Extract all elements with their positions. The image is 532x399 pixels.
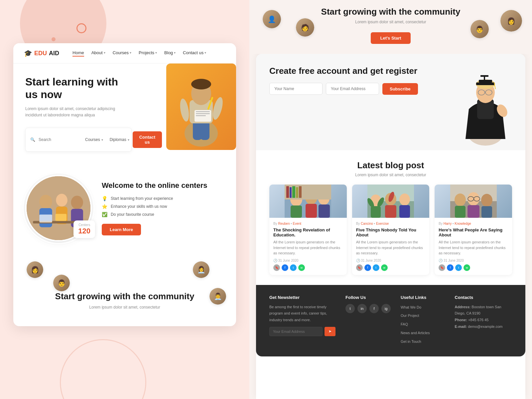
nav-about[interactable]: About ▾: [91, 50, 105, 55]
nav-contact[interactable]: Contact us ▾: [183, 50, 206, 55]
search-input[interactable]: [39, 137, 78, 142]
social-fb-1[interactable]: f: [282, 264, 288, 271]
svg-rect-9: [196, 111, 210, 112]
social-bookmark-3[interactable]: 🔖: [439, 264, 445, 271]
social-fb-3[interactable]: f: [447, 264, 454, 271]
social-tw-3[interactable]: t: [455, 264, 462, 271]
blog-meta-1: By Reuben • Event: [273, 222, 343, 225]
social-twitter[interactable]: t: [345, 304, 355, 313]
social-wa-3[interactable]: w: [464, 264, 470, 271]
welcome-content: Welcome to the online centers 💡 Start le…: [102, 181, 207, 235]
footer-follow-heading: Follow Us: [345, 295, 391, 300]
subscribe-button[interactable]: Subscribe: [382, 83, 418, 95]
blog-date-3: 🕐 31 June 2020: [439, 259, 508, 262]
register-content: Create free account and get register Sub…: [269, 66, 452, 95]
blog-img-3: [435, 185, 512, 218]
blog-date-1: 🕐 31 June 2020: [273, 259, 343, 262]
footer-link-list: What We Do Our Project FAQ News and Arti…: [401, 304, 445, 345]
social-fb-2[interactable]: f: [364, 264, 371, 271]
social-tw-1[interactable]: t: [290, 264, 297, 271]
svg-rect-47: [292, 186, 295, 198]
footer-email-input[interactable]: [269, 327, 323, 336]
blog-img-1: [269, 185, 347, 218]
blog-subtitle: Lorem ipsum dolor sit amet, consectetur: [269, 173, 512, 177]
courses-dropdown[interactable]: Courses ▾: [85, 137, 103, 142]
social-wa-2[interactable]: w: [381, 264, 388, 271]
svg-rect-68: [481, 206, 492, 218]
main-card: 🎓 EDUAID Home About ▾ Courses ▾ Projects…: [13, 43, 236, 326]
feature-1: 💡 Start learning from your experience: [102, 196, 207, 201]
nav-home[interactable]: Home: [72, 50, 84, 57]
footer-link-3: FAQ: [401, 321, 445, 328]
blog-card-3: By Harry • Knowledge Here's What People …: [435, 185, 512, 275]
footer-grid: Get Newsletter Be among the first to rec…: [269, 295, 512, 347]
social-tw-2[interactable]: t: [373, 264, 379, 271]
social-facebook[interactable]: f: [369, 304, 379, 313]
footer-link-2: Our Project: [401, 312, 445, 319]
nav-blog[interactable]: Blog ▾: [164, 50, 176, 55]
email-input[interactable]: [326, 83, 379, 95]
feat-icon-2: ⭐: [102, 204, 107, 209]
community-top: 👤 🧑 👩 👨 Start growing with the community…: [249, 0, 532, 54]
footer-contacts: Contacts Address: Booston town San Diego…: [455, 295, 512, 347]
svg-point-7: [211, 96, 224, 121]
blog-desc-2: All the Lorem ipsum generators on the In…: [356, 239, 426, 256]
svg-rect-28: [479, 80, 492, 82]
hero-section: Start learning with us now Lorem ipsum d…: [13, 64, 236, 162]
svg-rect-60: [399, 205, 410, 218]
learn-more-button[interactable]: Learn More: [102, 224, 141, 235]
footer-newsletter-heading: Get Newsletter: [269, 295, 335, 300]
footer-newsletter-desc: Be among the first to receive timely pro…: [269, 304, 335, 324]
diplomas-dropdown[interactable]: Diplomas ▾: [110, 137, 129, 142]
logo-icon: 🎓: [24, 49, 32, 57]
social-instagram[interactable]: ig: [381, 304, 391, 313]
footer-link-5: Get in Touch: [401, 338, 445, 345]
navbar: 🎓 EDUAID Home About ▾ Courses ▾ Projects…: [13, 43, 236, 64]
community-heading-right: Start growing with the community: [263, 7, 519, 17]
nav-links: Home About ▾ Courses ▾ Projects ▾ Blog ▾…: [72, 50, 206, 57]
contact-button[interactable]: Contact us: [133, 131, 162, 148]
hero-description: Lorem ipsum dolor sit amet, consectetur …: [25, 106, 132, 118]
lets-start-button[interactable]: Let's Start: [371, 32, 410, 44]
footer: Get Newsletter Be among the first to rec…: [256, 285, 525, 357]
blog-title-2: Five Things Nobody Told You About: [356, 227, 426, 237]
register-section: Create free account and get register Sub…: [256, 54, 525, 150]
left-panel: 🎓 EDUAID Home About ▾ Courses ▾ Projects…: [0, 0, 249, 399]
blog-meta-3: By Harry • Knowledge: [439, 222, 508, 225]
circle-image-container: Centers 120: [25, 175, 92, 241]
social-bookmark-1[interactable]: 🔖: [273, 264, 280, 271]
svg-rect-41: [306, 204, 317, 218]
right-main-card: Create free account and get register Sub…: [256, 54, 525, 399]
nav-projects[interactable]: Projects ▾: [139, 50, 157, 55]
courses-chevron: ▾: [101, 138, 103, 142]
svg-rect-10: [196, 113, 210, 114]
footer-email-button[interactable]: ➤: [325, 327, 335, 336]
footer-email-form: ➤: [269, 327, 335, 336]
social-bookmark-2[interactable]: 🔖: [356, 264, 363, 271]
svg-point-65: [467, 192, 479, 205]
blog-date-2: 🕐 31 June 2020: [356, 259, 426, 262]
svg-rect-66: [467, 205, 479, 218]
blog-title-1: The Shocking Revelation of Education.: [273, 227, 343, 237]
footer-contacts-heading: Contacts: [455, 295, 512, 300]
social-wa-1[interactable]: w: [298, 264, 305, 271]
avatar-top-4: 👨: [470, 20, 489, 38]
avatar-top-2: 🧑: [296, 18, 314, 37]
name-input[interactable]: [269, 83, 323, 95]
student-figure: [175, 67, 228, 147]
svg-point-59: [399, 194, 410, 205]
register-form: Subscribe: [269, 83, 452, 95]
svg-rect-49: [299, 186, 302, 198]
hero-image: [166, 64, 236, 150]
hero-heading: Start learning with us now: [25, 75, 132, 101]
centers-label: Centers: [78, 223, 90, 227]
logo: 🎓 EDUAID: [24, 49, 59, 57]
blog-title-3: Here's What People Are Saying About: [439, 227, 508, 237]
social-linkedin[interactable]: in: [357, 304, 367, 313]
logo-edu: EDU: [34, 50, 47, 57]
community-section-left: 👩 👨 👩‍💼 👨‍💼 Start growing with the commu…: [13, 255, 236, 326]
nav-courses[interactable]: Courses ▾: [113, 50, 131, 55]
blog-social-3: 🔖 f t w: [439, 264, 508, 271]
search-bar: 🔍 Courses ▾ Diplomas ▾ Contact us: [25, 128, 132, 152]
blog-card-body-3: By Harry • Knowledge Here's What People …: [435, 218, 512, 275]
